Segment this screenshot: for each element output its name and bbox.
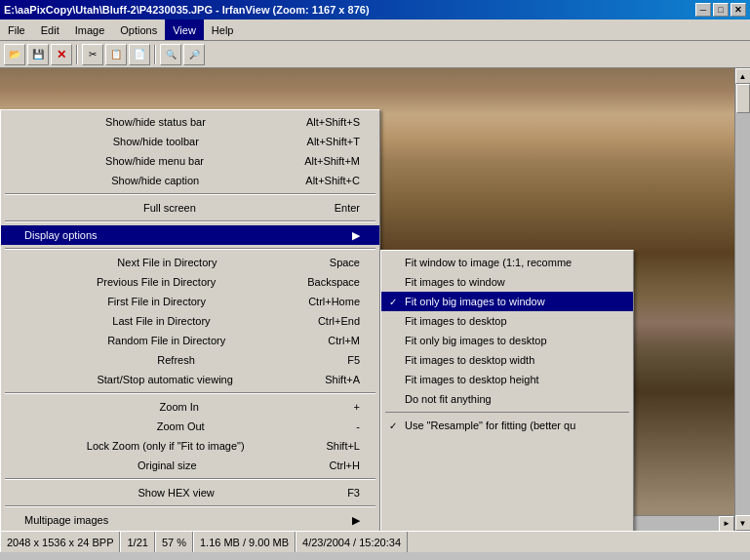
submenu-fit-images-to-desktop[interactable]: Fit images to desktop	[381, 311, 633, 331]
scroll-right-button[interactable]: ►	[719, 516, 734, 532]
menu-show-toolbar[interactable]: Show/hide toolbar Alt+Shift+T	[1, 132, 379, 151]
submenu-fit-only-big-to-window[interactable]: ✓ Fit only big images to window	[381, 292, 633, 311]
menu-random-file[interactable]: Random File in Directory Ctrl+M	[1, 331, 379, 350]
view-menu-popup: Show/hide status bar Alt+Shift+S Show/hi…	[0, 109, 380, 531]
menu-image[interactable]: Image	[67, 20, 113, 40]
sep1	[5, 193, 375, 195]
submenu-fit-images-to-window[interactable]: Fit images to window	[381, 272, 633, 292]
sep6	[5, 505, 375, 507]
menu-lock-zoom[interactable]: Lock Zoom (only if "Fit to image") Shift…	[1, 436, 379, 456]
toolbar-sep1	[76, 45, 78, 64]
submenu-fit-only-big-to-desktop[interactable]: Fit only big images to desktop	[381, 331, 633, 350]
menu-show-menubar[interactable]: Show/hide menu bar Alt+Shift+M	[1, 151, 379, 171]
sep4	[5, 392, 375, 394]
menu-display-options[interactable]: Display options ▶	[1, 225, 379, 245]
menu-bar: File Edit Image Options View Help	[0, 20, 750, 41]
title-bar-buttons: ─ □ ✕	[695, 3, 746, 17]
menu-last-file[interactable]: Last File in Directory Ctrl+End	[1, 311, 379, 331]
submenu-fit-images-to-desktop-width[interactable]: Fit images to desktop width	[381, 350, 633, 370]
status-zoom: 57 %	[155, 532, 193, 552]
menu-help[interactable]: Help	[204, 20, 242, 40]
menu-show-status-bar[interactable]: Show/hide status bar Alt+Shift+S	[1, 112, 379, 132]
display-options-submenu: Fit window to image (1:1, recomme Fit im…	[380, 250, 634, 531]
menu-refresh[interactable]: Refresh F5	[1, 350, 379, 370]
title-bar: E:\aaPixCopy\Utah\Bluff-2\P4230035.JPG -…	[0, 0, 750, 20]
toolbar-paste[interactable]: 📄	[129, 44, 150, 65]
menu-full-screen[interactable]: Full screen Enter	[1, 198, 379, 218]
toolbar-open[interactable]: 📂	[4, 44, 25, 65]
close-button[interactable]: ✕	[730, 3, 746, 17]
toolbar-zoom-out[interactable]: 🔎	[183, 44, 205, 65]
dropdown-overlay: Show/hide status bar Alt+Shift+S Show/hi…	[0, 109, 634, 531]
toolbar-copy[interactable]: 📋	[105, 44, 127, 65]
status-filenum: 1/21	[120, 532, 154, 552]
submenu-do-not-fit[interactable]: Do not fit anything	[381, 389, 633, 409]
menu-zoom-out[interactable]: Zoom Out -	[1, 417, 379, 436]
sep3	[5, 248, 375, 250]
toolbar-cut[interactable]: ✂	[82, 44, 103, 65]
sep2	[5, 220, 375, 222]
scroll-down-button[interactable]: ▼	[735, 515, 751, 531]
submenu-fit-images-to-desktop-height[interactable]: Fit images to desktop height	[381, 370, 633, 389]
menu-start-stop[interactable]: Start/Stop automatic viewing Shift+A	[1, 370, 379, 389]
submenu-fit-window-to-image[interactable]: Fit window to image (1:1, recomme	[381, 253, 633, 272]
status-dimensions: 2048 x 1536 x 24 BPP	[0, 532, 120, 552]
menu-multipage[interactable]: Multipage images ▶	[1, 510, 379, 530]
scroll-up-button[interactable]: ▲	[735, 68, 751, 84]
menu-original-size[interactable]: Original size Ctrl+H	[1, 456, 379, 475]
status-datetime: 4/23/2004 / 15:20:34	[296, 532, 408, 552]
menu-file[interactable]: File	[0, 20, 33, 40]
vertical-scrollbar[interactable]: ▲ ▼	[734, 68, 750, 531]
menu-edit[interactable]: Edit	[33, 20, 67, 40]
menu-zoom-in[interactable]: Zoom In +	[1, 397, 379, 417]
toolbar-close[interactable]: ✕	[51, 44, 72, 65]
scroll-track-v[interactable]	[735, 84, 750, 515]
title-text: E:\aaPixCopy\Utah\Bluff-2\P4230035.JPG -…	[4, 4, 695, 16]
menu-view[interactable]: View	[165, 20, 204, 40]
menu-next-file[interactable]: Next File in Directory Space	[1, 253, 379, 272]
menu-options[interactable]: Options	[112, 20, 165, 40]
toolbar-sep2	[154, 45, 156, 64]
submenu-use-resample[interactable]: ✓ Use "Resample" for fitting (better qu	[381, 416, 633, 435]
status-filesize: 1.16 MB / 9.00 MB	[193, 532, 296, 552]
toolbar-zoom-in[interactable]: 🔍	[160, 44, 181, 65]
minimize-button[interactable]: ─	[695, 3, 711, 17]
toolbar: 📂 💾 ✕ ✂ 📋 📄 🔍 🔎	[0, 41, 750, 68]
maximize-button[interactable]: □	[713, 3, 729, 17]
menu-first-file[interactable]: First File in Directory Ctrl+Home	[1, 292, 379, 311]
sep5	[5, 478, 375, 480]
menu-prev-file[interactable]: Previous File in Directory Backspace	[1, 272, 379, 292]
toolbar-save[interactable]: 💾	[27, 44, 49, 65]
menu-show-caption[interactable]: Show/hide caption Alt+Shift+C	[1, 171, 379, 190]
status-bar: 2048 x 1536 x 24 BPP 1/21 57 % 1.16 MB /…	[0, 531, 750, 552]
main-area: ▲ ▼ ◄ ► Show/hide status bar Alt+Shift+S…	[0, 68, 750, 531]
scroll-thumb-v[interactable]	[736, 84, 750, 113]
submenu-sep	[385, 412, 629, 413]
menu-show-hex[interactable]: Show HEX view F3	[1, 483, 379, 502]
